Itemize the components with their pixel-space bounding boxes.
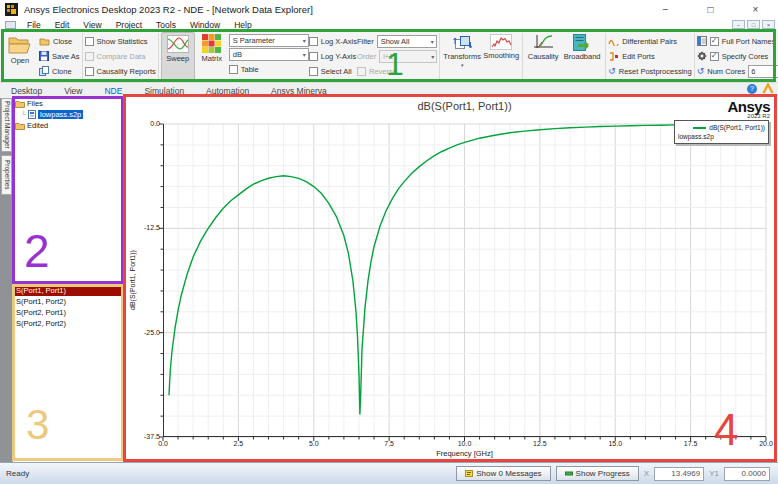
checkbox: ✓ [710,37,719,46]
ribbon-separator [439,33,440,80]
menu-view[interactable]: View [76,20,108,30]
num-cores-label: Num Cores [707,67,745,76]
x-tick-label: 5.0 [301,440,327,447]
matrix-button[interactable]: Matrix [195,32,229,81]
properties-vertical-tab[interactable]: Properties [1,155,12,195]
minimize-icon[interactable]: − [643,0,688,19]
parameter-type-dropdown[interactable]: S Parameter ▾ [229,34,309,47]
ribbon-group-filter: Filter Show All ▾ Order i+1 ▾ ✓ Reverse [357,32,437,81]
format-dropdown[interactable]: dB ▾ [229,48,309,61]
show-progress-button[interactable]: Show Progress [556,466,639,481]
x-tick-label: 17.5 [678,440,704,447]
trace-item-s11[interactable]: S(Port1, Port1) [13,285,125,296]
trace-item-s21[interactable]: S(Port2, Port1) [13,307,125,318]
sweep-icon [167,35,189,53]
port-names-icon [697,36,707,46]
folder-icon [15,122,25,130]
x-coordinate-label: X [644,469,649,478]
plot-svg[interactable] [163,124,766,437]
causality-button[interactable]: Causality [525,32,561,81]
causality-icon [533,34,554,51]
edit-ports-button[interactable]: Edit Ports [608,49,692,63]
save-as-button[interactable]: Save As [39,49,80,63]
show-messages-button[interactable]: Show 0 Messages [456,466,550,481]
menu-help[interactable]: Help [227,20,258,30]
log-y-axis-checkbox[interactable]: ✓ Log Y-Axis [309,49,357,63]
causality-reports-checkbox[interactable]: ✓ Causality Reports [85,64,156,78]
trace-item-s22[interactable]: S(Port2, Port2) [13,318,125,329]
clone-button[interactable]: Clone [39,64,80,78]
mdi-restore-icon[interactable]: □ [747,20,760,29]
sweep-button[interactable]: Sweep [161,32,195,81]
select-all-checkbox[interactable]: ✓ Select All [309,64,357,78]
chevron-down-icon: ▾ [300,51,306,58]
progress-icon [565,470,573,477]
ansys-logo-icon [762,83,774,94]
trace-item-s12[interactable]: S(Port1, Port2) [13,296,125,307]
filter-label: Filter [357,37,374,46]
tab-row-right: ? [747,83,774,94]
tab-desktop[interactable]: Desktop [0,86,53,96]
show-statistics-checkbox[interactable]: ✓ Show Statistics [85,34,156,48]
project-tree-panel: Files └ lowpass.s2p Edited [13,98,125,285]
menu-tools[interactable]: Tools [149,20,183,30]
tree-connector: └ [21,111,26,118]
y-tick-label: -12.5 [140,224,160,231]
reset-postprocessing-button[interactable]: ↺ Reset Postprocessing [608,64,692,78]
menu-window[interactable]: Window [183,20,227,30]
ribbon-separator [605,33,606,80]
project-manager-vertical-tab[interactable]: Project Manager [1,98,12,152]
tab-nde[interactable]: NDE [93,86,133,96]
order-label: Order [357,52,376,61]
window-title: Ansys Electronics Desktop 2023 R2 - NDE … [24,4,313,15]
transforms-button[interactable]: Transforms ▾ [442,32,482,81]
order-dropdown[interactable]: i+1 ▾ [379,50,437,63]
smoothing-button[interactable]: Smoothing [482,32,520,81]
checkbox: ✓ [85,37,94,46]
log-x-axis-checkbox[interactable]: ✓ Log X-Axis [309,34,357,48]
tree-item-lowpass-file[interactable]: └ lowpass.s2p [13,109,125,120]
checkbox: ✓ [309,37,318,46]
mdi-minimize-icon[interactable]: − [732,20,745,29]
tab-automation[interactable]: Automation [195,86,260,96]
x-tick-label: 7.5 [376,440,402,447]
maximize-icon[interactable]: □ [688,0,733,19]
ribbon-group-axes: ✓ Log X-Axis ✓ Log Y-Axis ✓ Select All [309,32,357,81]
compare-data-checkbox[interactable]: ✓ Compare Data [85,49,156,63]
x-tick-label: 0.0 [150,440,176,447]
tree-item-files[interactable]: Files [13,98,125,109]
filter-dropdown[interactable]: Show All ▾ [377,35,437,48]
checkbox: ✓ [309,67,318,76]
tab-ansys-minerva[interactable]: Ansys Minerva [260,86,338,96]
x-coordinate-input[interactable] [654,467,704,481]
specify-cores-checkbox[interactable]: ✓ Specify Cores [697,49,778,63]
close-button[interactable]: Close [39,34,80,48]
ansys-logo-text: Ansys [727,99,770,114]
mdi-close-icon[interactable]: × [762,20,775,29]
mdi-child-icon [5,21,16,29]
help-icon[interactable]: ? [747,84,757,94]
y1-coordinate-input[interactable] [724,467,770,481]
x-tick-label: 12.5 [527,440,553,447]
tab-simulation[interactable]: Simulation [133,86,195,96]
checkbox: ✓ [85,67,94,76]
broadband-button[interactable]: Broadband [561,32,603,81]
num-cores-input[interactable] [748,65,778,78]
tree-item-edited[interactable]: Edited [13,120,125,131]
title-bar: Ansys Electronics Desktop 2023 R2 - NDE … [0,0,778,19]
menu-project[interactable]: Project [109,20,149,30]
full-port-names-checkbox[interactable]: ✓ Full Port Names [697,34,778,48]
close-icon[interactable]: × [733,0,778,19]
ribbon-group-ports: Differential Pairs Edit Ports ↺ Reset Po… [608,32,692,81]
x-tick-label: 20.0 [753,440,778,447]
status-ready: Ready [6,469,29,478]
ribbon-separator [694,33,695,80]
reverse-checkbox[interactable]: ✓ Reverse [357,64,437,78]
open-button[interactable]: Open [3,32,37,65]
clone-icon [39,66,49,76]
menu-edit[interactable]: Edit [48,20,77,30]
menu-file[interactable]: File [20,20,48,30]
tab-view[interactable]: View [53,86,93,96]
table-checkbox[interactable]: ✓ Table [229,62,309,76]
differential-pairs-button[interactable]: Differential Pairs [608,34,692,48]
